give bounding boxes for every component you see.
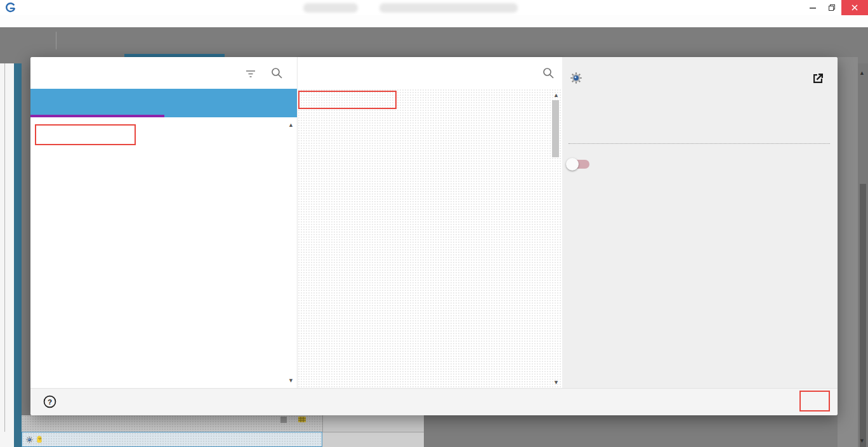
add-action-row[interactable] — [322, 432, 424, 434]
condition-chooser-panel: ▲ ▼ — [297, 57, 562, 388]
toolbar-separator — [56, 32, 56, 49]
filter-icon[interactable] — [244, 67, 257, 80]
search-icon[interactable] — [270, 67, 283, 79]
object-tabs — [30, 89, 297, 117]
event-action-cell[interactable] — [322, 432, 424, 447]
choose-condition-dialog: ▲ ▼ ▲ ▼ — [30, 57, 838, 415]
health-gear-icon — [25, 436, 34, 444]
tab-objects[interactable] — [30, 89, 164, 117]
monster-icon — [36, 435, 43, 444]
main-toolbar — [0, 27, 868, 54]
condition-list — [298, 89, 563, 388]
scroll-down-icon[interactable]: ▼ — [859, 437, 865, 444]
events-scrollbar[interactable]: ▲ ▼ — [858, 63, 868, 447]
scroll-up-icon[interactable]: ▲ — [288, 122, 294, 128]
event-action-cell[interactable] — [322, 415, 424, 432]
gdevelop-logo-icon — [5, 2, 16, 13]
action-icon — [280, 417, 287, 423]
condition-detail-panel — [562, 57, 838, 388]
close-button[interactable] — [841, 0, 868, 15]
events-sheet-right-edge — [838, 57, 858, 447]
open-in-new-icon[interactable] — [810, 71, 825, 86]
cancel-button[interactable] — [741, 394, 751, 411]
redacted-text — [379, 3, 518, 13]
scroll-down-icon[interactable]: ▼ — [553, 379, 559, 385]
condition-search-bar — [298, 57, 563, 89]
condition-search-input[interactable] — [308, 65, 523, 81]
redacted-text — [303, 3, 358, 13]
event-indent-bar — [14, 63, 22, 447]
gdevelop-window: ▲ ▼ — [0, 0, 868, 447]
scroll-up-icon[interactable]: ▲ — [553, 92, 559, 98]
tab-other-conditions[interactable] — [164, 89, 297, 117]
menu-bar — [0, 15, 868, 27]
events-tree-gutter — [0, 63, 14, 447]
object-search-input[interactable] — [41, 65, 231, 81]
scroll-down-icon[interactable]: ▼ — [288, 377, 294, 384]
selected-event-condition[interactable] — [22, 432, 322, 447]
active-tab-indicator — [30, 115, 164, 117]
minimize-button[interactable] — [803, 0, 822, 15]
svg-text:?: ? — [48, 398, 52, 406]
add-action-row[interactable] — [322, 415, 424, 417]
minimize-icon — [809, 4, 817, 11]
behavior-select-underline — [569, 143, 830, 144]
title-bar — [0, 0, 868, 15]
events-tree-line — [4, 63, 5, 432]
close-icon — [851, 4, 858, 11]
object-search-bar — [30, 57, 297, 89]
restore-button[interactable] — [822, 0, 841, 15]
scrollbar-thumb[interactable] — [860, 184, 866, 447]
search-icon[interactable] — [542, 67, 555, 79]
action-icon — [298, 417, 306, 422]
restore-icon — [828, 4, 836, 11]
event-condition-cell[interactable] — [22, 415, 322, 432]
help-button[interactable]: ? — [43, 395, 62, 408]
ok-button[interactable] — [806, 394, 816, 411]
scroll-up-icon[interactable]: ▲ — [859, 70, 865, 76]
object-chooser-panel: ▲ ▼ — [30, 57, 297, 388]
invert-condition-toggle[interactable] — [568, 160, 589, 169]
scrollbar-thumb[interactable] — [552, 100, 559, 157]
toggle-knob — [566, 158, 579, 171]
health-gear-icon — [569, 71, 583, 85]
dialog-footer: ? — [30, 388, 838, 415]
help-icon: ? — [43, 395, 56, 408]
